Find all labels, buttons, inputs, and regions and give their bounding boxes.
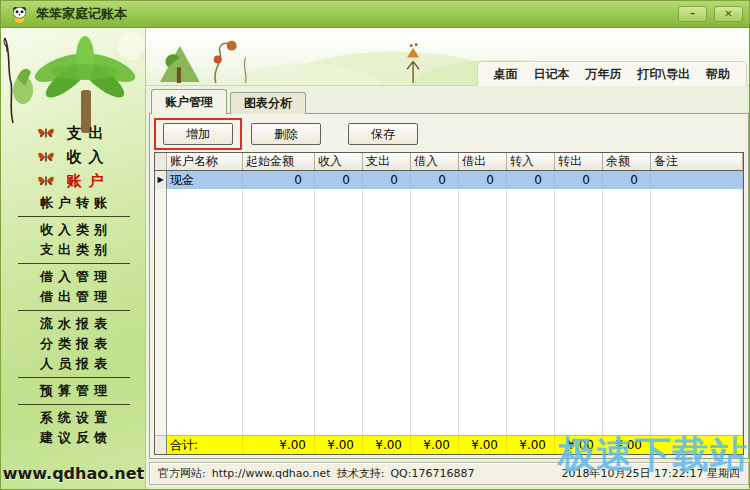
column-header-transfer-out[interactable]: 转出 — [555, 153, 603, 170]
sidebar-item-category-report[interactable]: 分类报表 — [35, 334, 112, 354]
sidebar-item-feedback[interactable]: 建议反馈 — [35, 428, 112, 448]
row-indicator-icon: ▶ — [155, 171, 167, 189]
column-header-start-amount[interactable]: 起始金额 — [243, 153, 315, 170]
totals-expense: ¥.00 — [363, 436, 411, 454]
menu-item-calendar[interactable]: 万年历 — [578, 66, 630, 83]
column-header-transfer-in[interactable]: 转入 — [507, 153, 555, 170]
sidebar-item-person-report[interactable]: 人员报表 — [35, 354, 112, 374]
account-panel: 增加 删除 保存 账户名称 起始金额 收入 支出 借入 借出 转入 转出 余额 … — [149, 113, 749, 459]
column-header-expense[interactable]: 支出 — [363, 153, 411, 170]
totals-lend-out: ¥.00 — [459, 436, 507, 454]
sidebar: 支出 收入 账户 — [1, 28, 146, 489]
site-label: 官方网站: — [158, 467, 206, 480]
cell-balance: 0 — [603, 171, 651, 189]
titlebar: 笨笨家庭记账本 – ✕ — [1, 1, 750, 28]
sidebar-item-lend-out[interactable]: 借出管理 — [35, 287, 112, 307]
sidebar-item-flow-report[interactable]: 流水报表 — [35, 314, 112, 334]
window-title: 笨笨家庭记账本 — [36, 5, 127, 23]
butterfly-icon — [37, 174, 55, 188]
menu-item-diary[interactable]: 日记本 — [526, 66, 578, 83]
top-menu: 桌面 日记本 万年历 打印\导出 帮助 — [477, 61, 747, 86]
tab-chart-analysis[interactable]: 图表分析 — [230, 92, 306, 114]
totals-balance: ¥.00 — [603, 436, 651, 454]
table-empty-area — [155, 189, 743, 435]
column-header-account-name[interactable]: 账户名称 — [167, 153, 243, 170]
status-bar: 官方网站:http://www.qdhao.net技术支持:QQ:1767168… — [149, 462, 749, 485]
cell-borrow-in: 0 — [411, 171, 459, 189]
table-row-cash[interactable]: ▶ 现金 0 0 0 0 0 0 0 0 — [155, 171, 743, 189]
status-datetime: 2018年10月25日 17:22:17 星期四 — [562, 466, 740, 481]
sidebar-item-borrow-in[interactable]: 借入管理 — [35, 267, 112, 287]
support-label: 技术支持: — [337, 467, 385, 480]
butterfly-icon — [37, 150, 55, 164]
sidebar-divider — [18, 310, 130, 311]
menu-item-desktop[interactable]: 桌面 — [486, 66, 526, 83]
cell-expense: 0 — [363, 171, 411, 189]
totals-start-amount: ¥.00 — [243, 436, 315, 454]
site-url[interactable]: http://www.qdhao.net — [212, 467, 331, 480]
column-header-balance[interactable]: 余额 — [603, 153, 651, 170]
sidebar-divider — [18, 216, 130, 217]
totals-label: 合计: — [167, 436, 243, 454]
table-header-row: 账户名称 起始金额 收入 支出 借入 借出 转入 转出 余额 备注 — [155, 153, 743, 171]
tab-bar: 账户管理 图表分析 — [151, 89, 309, 114]
delete-button[interactable]: 删除 — [251, 123, 321, 145]
sidebar-divider — [18, 377, 130, 378]
sidebar-item-label: 收入 — [60, 148, 111, 167]
cell-lend-out: 0 — [459, 171, 507, 189]
column-header-income[interactable]: 收入 — [315, 153, 363, 170]
totals-indicator-cell — [155, 436, 167, 454]
table-totals-row: 合计: ¥.00 ¥.00 ¥.00 ¥.00 ¥.00 ¥.00 ¥.00 ¥… — [155, 435, 743, 454]
sidebar-nav: 支出 收入 账户 — [1, 121, 146, 448]
sidebar-item-income[interactable]: 收入 — [37, 145, 111, 169]
sidebar-item-label: 账户 — [60, 172, 111, 191]
sidebar-item-account-transfer[interactable]: 帐户转账 — [35, 193, 112, 213]
sidebar-item-income-category[interactable]: 收入类别 — [35, 220, 112, 240]
add-button[interactable]: 增加 — [163, 123, 233, 145]
support-qq: QQ:176716887 — [390, 467, 474, 480]
save-button[interactable]: 保存 — [348, 123, 418, 145]
app-window: 笨笨家庭记账本 – ✕ — [0, 0, 750, 490]
cell-remark — [651, 171, 743, 189]
menu-item-help[interactable]: 帮助 — [698, 66, 738, 83]
sidebar-item-label: 支出 — [60, 124, 111, 143]
sidebar-item-settings[interactable]: 系统设置 — [35, 408, 112, 428]
totals-remark — [651, 436, 743, 454]
panda-icon — [9, 4, 29, 24]
cell-transfer-out: 0 — [555, 171, 603, 189]
sidebar-item-account[interactable]: 账户 — [37, 169, 111, 193]
column-header-remark[interactable]: 备注 — [651, 153, 743, 170]
cell-start-amount: 0 — [243, 171, 315, 189]
sidebar-divider — [18, 404, 130, 405]
butterfly-icon — [37, 126, 55, 140]
website-link[interactable]: www.qdhao.net — [1, 464, 146, 483]
totals-transfer-in: ¥.00 — [507, 436, 555, 454]
cell-income: 0 — [315, 171, 363, 189]
cell-account-name: 现金 — [167, 171, 243, 189]
toolbar: 增加 删除 保存 — [154, 118, 445, 150]
palm-tree-art — [1, 28, 146, 133]
close-button[interactable]: ✕ — [714, 6, 743, 22]
menu-item-print-export[interactable]: 打印\导出 — [630, 66, 698, 83]
totals-transfer-out: ¥.00 — [555, 436, 603, 454]
accounts-table: 账户名称 起始金额 收入 支出 借入 借出 转入 转出 余额 备注 ▶ 现金 0… — [154, 152, 744, 455]
totals-income: ¥.00 — [315, 436, 363, 454]
minimize-button[interactable]: – — [678, 6, 707, 22]
sidebar-divider — [18, 263, 130, 264]
totals-borrow-in: ¥.00 — [411, 436, 459, 454]
tab-account-management[interactable]: 账户管理 — [151, 89, 227, 114]
status-left: 官方网站:http://www.qdhao.net技术支持:QQ:1767168… — [158, 466, 480, 481]
column-header-lend-out[interactable]: 借出 — [459, 153, 507, 170]
cell-transfer-in: 0 — [507, 171, 555, 189]
column-header-borrow-in[interactable]: 借入 — [411, 153, 459, 170]
sidebar-item-expense-category[interactable]: 支出类别 — [35, 240, 112, 260]
sidebar-item-budget[interactable]: 预算管理 — [35, 381, 112, 401]
sidebar-item-expense[interactable]: 支出 — [37, 121, 111, 145]
indicator-column-header — [155, 153, 167, 170]
add-button-highlight: 增加 — [154, 118, 242, 150]
